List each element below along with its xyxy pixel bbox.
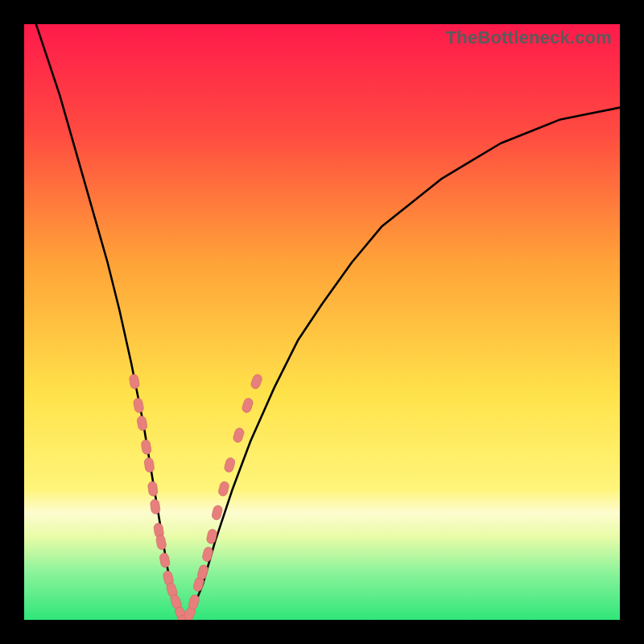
curve-marker	[201, 547, 213, 563]
curve-marker	[155, 535, 167, 551]
curve-marker	[150, 499, 160, 514]
curve-marker	[211, 505, 223, 521]
curve-marker	[250, 374, 263, 390]
curve-markers	[129, 374, 263, 620]
curve-marker	[129, 374, 140, 390]
curve-marker	[224, 456, 236, 473]
curve-marker	[141, 440, 152, 456]
curve-layer	[24, 24, 620, 620]
curve-marker	[217, 481, 229, 497]
bottleneck-curve	[24, 24, 620, 620]
plot-area: TheBottleneck.com	[24, 24, 620, 620]
curve-marker	[144, 457, 155, 473]
curve-marker	[147, 481, 158, 497]
curve-marker	[159, 552, 170, 568]
watermark-text: TheBottleneck.com	[446, 27, 612, 48]
curve-marker	[136, 415, 147, 431]
chart-frame: TheBottleneck.com	[0, 0, 644, 644]
curve-marker	[241, 397, 254, 414]
curve-marker	[133, 398, 144, 414]
curve-marker	[233, 427, 246, 443]
